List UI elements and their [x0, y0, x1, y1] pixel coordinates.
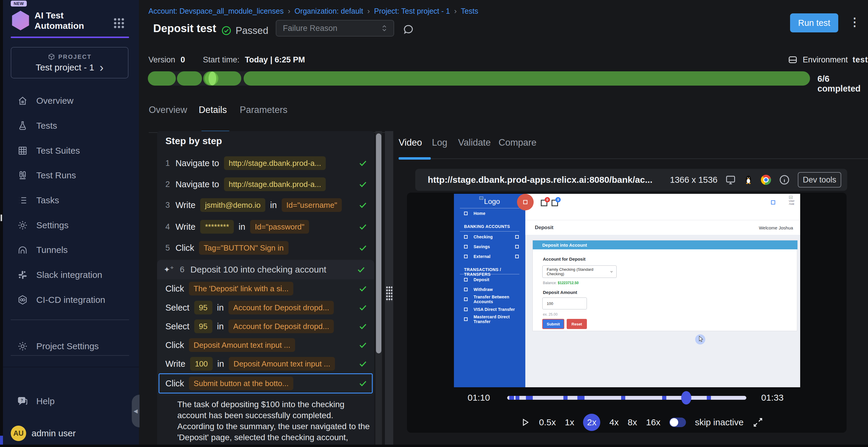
- comment-icon[interactable]: [402, 23, 415, 36]
- substep-row-6-selected[interactable]: Click Submit button at the botto...: [165, 375, 372, 392]
- sidebar-item-test-runs[interactable]: Test Runs: [11, 166, 130, 184]
- bank-nav-visa-transfer[interactable]: VISA Direct Transfer: [454, 306, 525, 313]
- substep-row-1[interactable]: Click The 'Deposit' link with a si...: [165, 280, 372, 297]
- step-target-chip[interactable]: http://stage.dbank.prod-a...: [224, 156, 326, 170]
- step-locator-chip[interactable]: Tag="BUTTON" Sign in: [199, 241, 288, 255]
- speed-4x[interactable]: 4x: [609, 417, 619, 427]
- speed-8x[interactable]: 8x: [628, 417, 637, 427]
- breadcrumb-tests[interactable]: Tests: [461, 7, 478, 15]
- speed-1x[interactable]: 1x: [565, 417, 575, 427]
- sidebar-item-cicd-integration[interactable]: CI-CD integration: [11, 291, 130, 309]
- timeline-thumb[interactable]: [681, 391, 691, 405]
- apps-grid-icon[interactable]: [113, 16, 126, 30]
- bank-user-avatar-broken[interactable]: User Avat: [789, 196, 799, 205]
- step-locator-chip[interactable]: Deposit Amount text input ...: [229, 357, 335, 371]
- breadcrumb-account[interactable]: Account: Devspace_all_module_licenses: [149, 7, 283, 15]
- bank-submit-button[interactable]: Submit: [542, 319, 564, 329]
- bank-nav-savings[interactable]: Savings: [454, 243, 525, 250]
- account-for-deposit-select[interactable]: Family Checking (Standard Checking): [542, 265, 617, 278]
- bank-nav-transfer[interactable]: Transfer Between Accounts: [454, 296, 525, 303]
- step-value-chip[interactable]: 95: [194, 319, 212, 333]
- step-row-2[interactable]: 2 Navigate to http://stage.dbank.prod-a.…: [165, 176, 372, 193]
- step-value-chip[interactable]: 95: [194, 301, 212, 314]
- substep-row-2[interactable]: Select 95 in Account for Deposit dropd..…: [165, 299, 372, 316]
- tab-validate[interactable]: Validate: [458, 137, 491, 148]
- run-meta: Version 0 Start time: Today | 6:25 PM: [149, 55, 305, 65]
- failure-reason-select[interactable]: Failure Reason: [276, 20, 394, 37]
- sidebar-collapse-handle[interactable]: ◀: [132, 395, 140, 427]
- step-locator-chip[interactable]: Id="username": [282, 198, 342, 212]
- bank-notification-icon[interactable]: 0: [552, 200, 558, 206]
- step-value-chip[interactable]: jsmith@demo.io: [200, 198, 265, 212]
- speed-16x[interactable]: 16x: [646, 417, 660, 427]
- user-menu[interactable]: AU admin user: [11, 425, 75, 441]
- more-options-icon[interactable]: ⋮: [849, 15, 860, 29]
- speed-0_5x[interactable]: 0.5x: [539, 417, 556, 427]
- bank-nav-external[interactable]: External: [454, 253, 525, 260]
- sidebar-divider: [11, 355, 129, 356]
- bank-reset-button[interactable]: Reset: [567, 319, 587, 329]
- step-target-chip[interactable]: http://stage.dbank.prod-a...: [224, 177, 326, 191]
- substep-row-4[interactable]: Click Deposit Amount text input ...: [165, 337, 372, 353]
- step-locator-chip[interactable]: Submit button at the botto...: [189, 377, 293, 390]
- deposit-amount-input[interactable]: 100: [542, 298, 587, 309]
- sidebar-item-help[interactable]: ? Help: [11, 392, 130, 410]
- fullscreen-icon[interactable]: [752, 417, 763, 428]
- step-group-header[interactable]: ✦✧ 6 Deposit 100 into checking account: [157, 260, 374, 279]
- run-test-button[interactable]: Run test: [790, 13, 838, 32]
- bank-nav-deposit[interactable]: Deposit: [454, 276, 525, 283]
- step-locator-chip[interactable]: Account for Deposit dropd...: [228, 301, 334, 314]
- substep-row-3[interactable]: Select 95 in Account for Deposit dropd..…: [165, 318, 372, 335]
- tab-overview[interactable]: Overview: [149, 105, 187, 115]
- bank-notification-icon[interactable]: 0: [541, 200, 547, 206]
- sidebar-item-test-suites[interactable]: Test Suites: [11, 142, 130, 160]
- substep-row-5[interactable]: Write 100 in Deposit Amount text input .…: [165, 355, 372, 372]
- sidebar-item-overview[interactable]: Overview: [11, 92, 130, 110]
- play-icon[interactable]: [520, 417, 530, 427]
- speed-2x-active[interactable]: 2x: [583, 414, 600, 431]
- bank-nav-checking[interactable]: Checking: [454, 233, 525, 241]
- sidebar-item-slack-integration[interactable]: Slack integration: [11, 266, 130, 284]
- step-passed-icon: [358, 179, 368, 189]
- tab-video[interactable]: Video: [399, 137, 422, 148]
- tab-compare[interactable]: Compare: [499, 137, 537, 148]
- info-icon[interactable]: [779, 174, 790, 185]
- step-locator-chip[interactable]: Account for Deposit dropd...: [228, 319, 334, 333]
- step-row-4[interactable]: 4 Write ******** in Id="password": [165, 218, 372, 235]
- devtools-button[interactable]: Dev tools: [798, 172, 841, 187]
- step-value-chip[interactable]: ********: [200, 220, 234, 234]
- sidebar-item-tests[interactable]: Tests: [11, 117, 130, 135]
- step-row-1[interactable]: 1 Navigate to http://stage.dbank.prod-a.…: [165, 155, 372, 171]
- sidebar-item-tasks[interactable]: Tasks: [11, 192, 130, 209]
- step-row-3[interactable]: 3 Write jsmith@demo.io in Id="username": [165, 197, 372, 213]
- bank-nav-home[interactable]: Home: [454, 209, 525, 217]
- project-selector[interactable]: PROJECT Test project - 1 ›: [11, 47, 128, 78]
- click-indicator: [517, 194, 534, 210]
- breadcrumb-organization[interactable]: Organization: default: [294, 7, 363, 15]
- bank-nav-mastercard-transfer[interactable]: Mastercard Direct Transfer: [454, 315, 525, 323]
- sidebar-item-settings[interactable]: Settings: [11, 216, 130, 234]
- step-locator-chip[interactable]: Id="password": [250, 220, 309, 234]
- timeline-track[interactable]: [507, 396, 746, 400]
- page-title: Deposit test: [153, 22, 216, 35]
- breadcrumb-project[interactable]: Project: Test project - 1: [374, 7, 450, 15]
- bank-nav-withdraw[interactable]: Withdraw: [454, 286, 525, 294]
- splitter-drag-handle-icon[interactable]: [386, 286, 392, 301]
- bank-section-accounts: BANKING ACCOUNTS: [464, 224, 510, 229]
- tab-parameters[interactable]: Parameters: [240, 105, 287, 115]
- step-value-chip[interactable]: 100: [190, 357, 212, 371]
- tab-details[interactable]: Details: [199, 105, 227, 115]
- step-row-5[interactable]: 5 Click Tag="BUTTON" Sign in: [165, 240, 372, 256]
- sidebar-item-tunnels[interactable]: Tunnels: [11, 241, 130, 259]
- skip-inactive-toggle[interactable]: [669, 418, 686, 427]
- step-locator-chip[interactable]: The 'Deposit' link with a si...: [189, 282, 293, 296]
- app-logo-icon: [11, 11, 30, 30]
- timeline-marker: [621, 396, 625, 400]
- app-title: AI Test Automation: [34, 10, 84, 31]
- step-locator-chip[interactable]: Deposit Amount text input ...: [189, 338, 295, 352]
- tab-log[interactable]: Log: [432, 137, 447, 148]
- sidebar-item-project-settings[interactable]: Project Settings: [11, 337, 130, 355]
- steps-scrollbar-thumb[interactable]: [376, 133, 381, 353]
- select-chevrons-icon: [380, 24, 388, 33]
- skip-inactive-label: skip inactive: [695, 417, 743, 427]
